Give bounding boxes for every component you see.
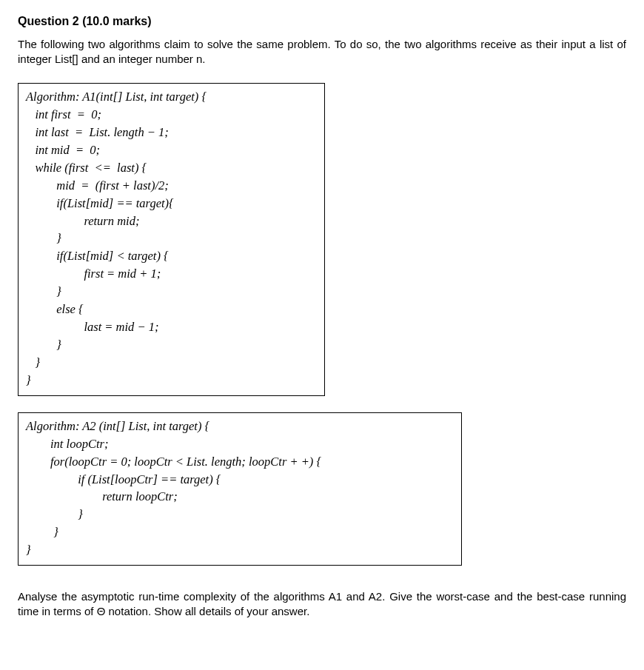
algorithm-a1-box: Algorithm: A1(int[] List, int target) { … xyxy=(18,83,325,396)
intro-paragraph: The following two algorithms claim to so… xyxy=(18,37,626,67)
prompt-text-pre: Analyse the asymptotic run-time complexi… xyxy=(18,590,436,603)
question-prompt: Analyse the asymptotic run-time complexi… xyxy=(18,589,626,620)
prompt-text-nobr: worst-case xyxy=(436,590,490,603)
algorithm-a2-box: Algorithm: A2 (int[] List, int target) {… xyxy=(18,412,462,566)
question-title: Question 2 (10.0 marks) xyxy=(18,13,626,30)
